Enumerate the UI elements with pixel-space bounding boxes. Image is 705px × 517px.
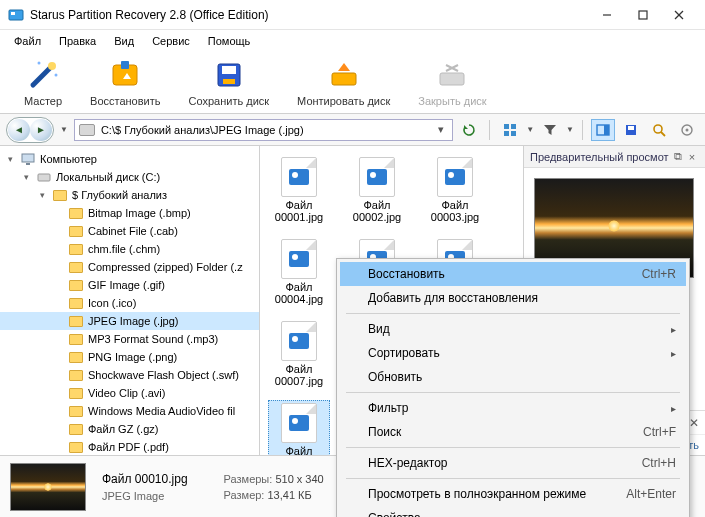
- menu-item-label: Добавить для восстановления: [368, 291, 676, 305]
- menu-view[interactable]: Вид: [106, 33, 142, 49]
- folder-icon: [68, 368, 84, 382]
- menu-item-label: Вид: [368, 322, 671, 336]
- tree-folder[interactable]: Compressed (zipped) Folder (.z: [0, 258, 259, 276]
- status-thumbnail: [10, 463, 86, 511]
- svg-rect-24: [604, 125, 609, 135]
- nav-history-dropdown[interactable]: ▼: [58, 125, 70, 134]
- menu-service[interactable]: Сервис: [144, 33, 198, 49]
- context-menu[interactable]: ВосстановитьCtrl+RДобавить для восстанов…: [336, 258, 690, 517]
- file-item[interactable]: Файл00010.jpg: [268, 400, 330, 455]
- detach-icon[interactable]: ⧉: [671, 150, 685, 163]
- menu-help[interactable]: Помощь: [200, 33, 259, 49]
- save-disk-button[interactable]: Сохранить диск: [175, 57, 284, 109]
- view-mode-button[interactable]: [498, 119, 522, 141]
- filter-button[interactable]: [538, 119, 562, 141]
- tree-folder[interactable]: PNG Image (.png): [0, 348, 259, 366]
- file-item[interactable]: Файл00004.jpg: [268, 236, 330, 308]
- tree-root[interactable]: ▾ Компьютер: [0, 150, 259, 168]
- wizard-button[interactable]: Мастер: [10, 57, 76, 109]
- tree-folder[interactable]: Файл GZ (.gz): [0, 420, 259, 438]
- context-menu-item[interactable]: ВосстановитьCtrl+R: [340, 262, 686, 286]
- context-menu-item[interactable]: Просмотреть в полноэкранном режимеAlt+En…: [340, 482, 686, 506]
- options-button[interactable]: [675, 119, 699, 141]
- file-item[interactable]: Файл00007.jpg: [268, 318, 330, 390]
- tree-folder[interactable]: Video Clip (.avi): [0, 384, 259, 402]
- search-button[interactable]: [647, 119, 671, 141]
- recover-button[interactable]: Восстановить: [76, 57, 174, 109]
- menu-item-label: Обновить: [368, 370, 676, 384]
- context-menu-item[interactable]: Обновить: [340, 365, 686, 389]
- app-icon: [8, 7, 24, 23]
- context-menu-item[interactable]: Сортировать▸: [340, 341, 686, 365]
- preview-toggle-button[interactable]: [591, 119, 615, 141]
- file-name: Файл00003.jpg: [431, 199, 479, 223]
- refresh-button[interactable]: [457, 119, 481, 141]
- folder-icon: [68, 260, 84, 274]
- folder-tree[interactable]: ▾ Компьютер ▾ Локальный диск (C:) ▾ $ Гл…: [0, 146, 260, 455]
- tree-folder[interactable]: Shockwave Flash Object (.swf): [0, 366, 259, 384]
- menu-item-label: Поиск: [368, 425, 643, 439]
- preview-close-button[interactable]: ✕: [689, 416, 699, 430]
- status-filename: Файл 00010.jpg: [102, 472, 188, 486]
- svg-point-7: [48, 62, 56, 70]
- tree-folder[interactable]: Cabinet File (.cab): [0, 222, 259, 240]
- folder-icon: [68, 350, 84, 364]
- menu-separator: [346, 447, 680, 448]
- submenu-arrow-icon: ▸: [671, 348, 676, 359]
- menu-shortcut: Ctrl+H: [642, 456, 676, 470]
- minimize-button[interactable]: [589, 1, 625, 29]
- close-disk-icon: [436, 59, 468, 91]
- mount-disk-button[interactable]: Монтировать диск: [283, 57, 404, 109]
- image-file-icon: [437, 157, 473, 197]
- close-icon[interactable]: ×: [685, 151, 699, 163]
- tree-deep-analysis[interactable]: ▾ $ Глубокий анализ: [0, 186, 259, 204]
- tree-folder[interactable]: Icon (.ico): [0, 294, 259, 312]
- tree-folder-label: Icon (.ico): [88, 297, 136, 309]
- tree-drive[interactable]: ▾ Локальный диск (C:): [0, 168, 259, 186]
- tree-folder-label: Windows Media AudioVideo fil: [88, 405, 235, 417]
- dims-value: 510 x 340: [275, 473, 323, 485]
- context-menu-item[interactable]: Фильтр▸: [340, 396, 686, 420]
- menu-edit[interactable]: Правка: [51, 33, 104, 49]
- svg-rect-15: [332, 73, 356, 85]
- tree-folder[interactable]: JPEG Image (.jpg): [0, 312, 259, 330]
- preview-header: Предварительный просмот ⧉ ×: [524, 146, 705, 168]
- nav-back-button[interactable]: ◄: [8, 119, 30, 141]
- nav-forward-button[interactable]: ►: [30, 119, 52, 141]
- context-menu-item[interactable]: Вид▸: [340, 317, 686, 341]
- tree-folder[interactable]: Windows Media AudioVideo fil: [0, 402, 259, 420]
- image-file-icon: [281, 403, 317, 443]
- svg-rect-14: [223, 79, 235, 84]
- tree-folder[interactable]: MP3 Format Sound (.mp3): [0, 330, 259, 348]
- menu-item-label: Фильтр: [368, 401, 671, 415]
- tree-folder[interactable]: Файл PDF (.pdf): [0, 438, 259, 455]
- image-file-icon: [281, 321, 317, 361]
- path-dropdown[interactable]: ▾: [434, 123, 448, 136]
- tree-folder-label: Video Clip (.avi): [88, 387, 165, 399]
- file-item[interactable]: Файл00001.jpg: [268, 154, 330, 226]
- tree-folder[interactable]: chm.file (.chm): [0, 240, 259, 258]
- context-menu-item[interactable]: HEX-редакторCtrl+H: [340, 451, 686, 475]
- context-menu-item[interactable]: ПоискCtrl+F: [340, 420, 686, 444]
- tree-folder-label: Cabinet File (.cab): [88, 225, 178, 237]
- context-menu-item[interactable]: Свойства: [340, 506, 686, 517]
- menu-file[interactable]: Файл: [6, 33, 49, 49]
- context-menu-item[interactable]: Добавить для восстановления: [340, 286, 686, 310]
- svg-rect-1: [11, 12, 15, 15]
- view-mode-dropdown[interactable]: ▼: [526, 125, 534, 134]
- path-field-wrap[interactable]: ▾: [74, 119, 453, 141]
- folder-icon: [68, 206, 84, 220]
- tree-folder[interactable]: GIF Image (.gif): [0, 276, 259, 294]
- file-item[interactable]: Файл00002.jpg: [346, 154, 408, 226]
- close-button[interactable]: [661, 1, 697, 29]
- chevron-down-icon: ▾: [4, 154, 16, 164]
- path-input[interactable]: [101, 124, 434, 136]
- close-disk-button[interactable]: Закрыть диск: [404, 57, 500, 109]
- maximize-button[interactable]: [625, 1, 661, 29]
- filter-dropdown[interactable]: ▼: [566, 125, 574, 134]
- save-button[interactable]: [619, 119, 643, 141]
- folder-icon: [68, 314, 84, 328]
- file-item[interactable]: Файл00003.jpg: [424, 154, 486, 226]
- svg-line-28: [661, 132, 665, 136]
- tree-folder[interactable]: Bitmap Image (.bmp): [0, 204, 259, 222]
